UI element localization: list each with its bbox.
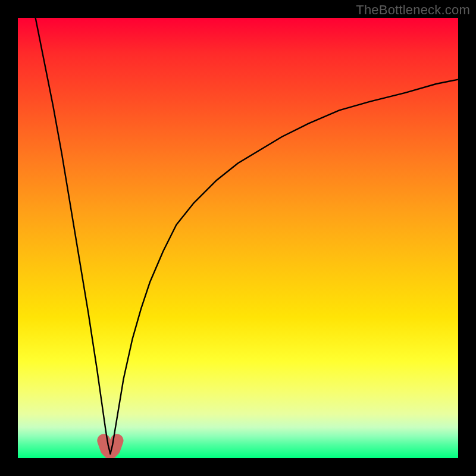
chart-container: { "watermark": "TheBottleneck.com", "col… — [0, 0, 476, 476]
curve-layer — [18, 18, 458, 458]
watermark-text: TheBottleneck.com — [356, 2, 470, 18]
bottleneck-curve-right — [110, 80, 458, 454]
plot-area — [18, 18, 458, 458]
bottleneck-curve-left — [36, 18, 111, 454]
